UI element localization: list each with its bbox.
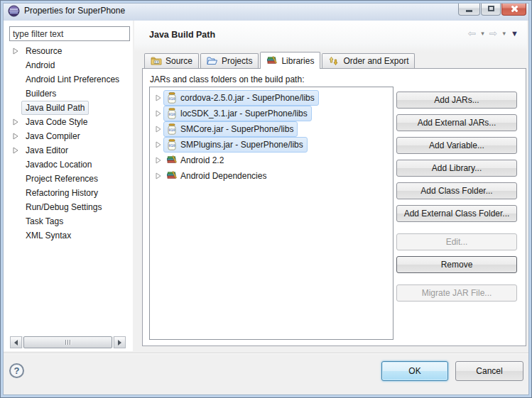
- list-item-label: SMCore.jar - SuperPhone/libs: [180, 124, 293, 134]
- sidebar-item-xml-syntax[interactable]: XML Syntax: [9, 228, 131, 243]
- close-icon: [510, 5, 518, 13]
- expander-icon[interactable]: [156, 126, 161, 133]
- minimize-button[interactable]: [458, 2, 480, 16]
- tab-label: Projects: [222, 56, 252, 66]
- expander-icon[interactable]: [156, 110, 161, 117]
- android-library-icon: [166, 170, 178, 182]
- footer-separator: [4, 353, 528, 353]
- expander-icon[interactable]: [13, 118, 18, 126]
- sidebar-item-javadoc-location[interactable]: Javadoc Location: [9, 157, 131, 172]
- svg-text:010: 010: [168, 128, 175, 132]
- sidebar-item-builders[interactable]: Builders: [9, 87, 131, 101]
- remove-button[interactable]: Remove: [396, 256, 517, 273]
- help-button[interactable]: ?: [9, 363, 24, 378]
- sidebar-item-java-compiler[interactable]: Java Compiler: [9, 129, 131, 143]
- sidebar-item-label: XML Syntax: [21, 228, 75, 243]
- scroll-left-button[interactable]: [10, 336, 22, 348]
- sidebar-item-android-lint-preferences[interactable]: Android Lint Preferences: [9, 72, 131, 87]
- edit-button: Edit...: [396, 233, 517, 250]
- properties-dialog: Properties for SuperPhone Resource Andro…: [0, 0, 532, 398]
- forward-dropdown-icon[interactable]: ▾: [503, 30, 506, 37]
- expander-icon[interactable]: [13, 147, 18, 154]
- sidebar-horizontal-scrollbar[interactable]: [10, 336, 126, 348]
- sidebar-item-task-tags[interactable]: Task Tags: [9, 214, 131, 228]
- sidebar-item-label: Java Code Style: [21, 115, 92, 129]
- page-header: Java Build Path ⇦ ▾ ⇨ ▾ ▼: [134, 21, 527, 52]
- ok-button[interactable]: OK: [381, 361, 448, 381]
- source-folder-icon: [151, 55, 162, 67]
- close-button[interactable]: [501, 2, 526, 16]
- list-item-smplugins-jar[interactable]: 010 SMPlugins.jar - SuperPhone/libs: [150, 137, 393, 153]
- projects-folder-icon: [207, 55, 218, 67]
- list-item-label: Android 2.2: [180, 155, 224, 165]
- list-item-android-22[interactable]: Android 2.2: [150, 153, 393, 168]
- expander-icon[interactable]: [156, 141, 161, 148]
- list-item-cordova-jar[interactable]: 010 cordova-2.5.0.jar - SuperPhone/libs: [150, 90, 393, 106]
- list-item-label: cordova-2.5.0.jar - SuperPhone/libs: [180, 93, 315, 103]
- tab-label: Source: [165, 56, 192, 66]
- page-title: Java Build Path: [149, 30, 215, 40]
- scroll-right-icon: [118, 340, 121, 346]
- jar-file-icon: 010: [166, 108, 178, 119]
- build-path-list-label: JARs and class folders on the build path…: [150, 74, 304, 84]
- back-icon[interactable]: ⇦: [468, 28, 477, 39]
- add-external-class-folder-button[interactable]: Add External Class Folder...: [396, 205, 517, 222]
- list-item-smcore-jar[interactable]: 010 SMCore.jar - SuperPhone/libs: [150, 121, 393, 137]
- add-class-folder-button[interactable]: Add Class Folder...: [396, 182, 517, 199]
- scrollbar-thumb[interactable]: [23, 336, 112, 348]
- sidebar-item-java-code-style[interactable]: Java Code Style: [9, 115, 131, 129]
- tab-label: Order and Export: [343, 56, 408, 66]
- build-path-list[interactable]: 010 cordova-2.5.0.jar - SuperPhone/libs …: [149, 87, 393, 340]
- back-dropdown-icon[interactable]: ▾: [481, 30, 484, 37]
- sidebar-item-android[interactable]: Android: [9, 58, 131, 72]
- sidebar-item-label: Builders: [21, 87, 60, 101]
- sidebar-item-refactoring-history[interactable]: Refactoring History: [9, 186, 131, 200]
- sidebar-item-run-debug-settings[interactable]: Run/Debug Settings: [9, 200, 131, 214]
- sidebar-item-label: Run/Debug Settings: [21, 200, 106, 214]
- sidebar-item-java-editor[interactable]: Java Editor: [9, 143, 131, 157]
- cancel-button[interactable]: Cancel: [455, 361, 523, 381]
- migrate-jar-file-button: Migrate JAR File...: [396, 284, 517, 302]
- minimize-icon: [466, 10, 472, 12]
- properties-tree: Resource Android Android Lint Preference…: [9, 44, 131, 243]
- maximize-button[interactable]: [481, 2, 501, 16]
- libraries-panel: JARs and class folders on the build path…: [142, 68, 526, 346]
- sidebar-item-java-build-path[interactable]: Java Build Path: [9, 101, 131, 115]
- add-variable-button[interactable]: Add Variable...: [396, 137, 517, 154]
- jar-file-icon: 010: [166, 139, 178, 150]
- sidebar-item-label: Task Tags: [21, 214, 67, 228]
- filter-input[interactable]: [9, 26, 130, 41]
- list-item-locsdk-jar[interactable]: 010 locSDK_3.1.jar - SuperPhone/libs: [150, 106, 393, 121]
- add-jars-button[interactable]: Add JARs...: [396, 92, 517, 109]
- jar-file-icon: 010: [166, 123, 178, 135]
- add-external-jars-button[interactable]: Add External JARs...: [396, 114, 517, 131]
- sidebar-item-resource[interactable]: Resource: [9, 44, 131, 58]
- sidebar-item-project-references[interactable]: Project References: [9, 172, 131, 186]
- window-title: Properties for SuperPhone: [24, 6, 125, 16]
- add-library-button[interactable]: Add Library...: [396, 160, 517, 177]
- sidebar-item-label: Java Editor: [21, 143, 72, 157]
- sidebar-item-label: Android Lint Preferences: [21, 72, 124, 87]
- view-menu-icon[interactable]: ▼: [511, 29, 519, 38]
- expander-icon[interactable]: [156, 157, 161, 164]
- sidebar: Resource Android Android Lint Preference…: [4, 21, 133, 351]
- expander-icon[interactable]: [156, 94, 161, 101]
- expander-icon[interactable]: [13, 133, 18, 140]
- title-bar[interactable]: Properties for SuperPhone: [1, 1, 531, 21]
- tab-label: Libraries: [281, 56, 314, 66]
- tab-order-and-export[interactable]: Order and Export: [322, 53, 415, 68]
- tab-source[interactable]: Source: [144, 53, 199, 68]
- tab-projects[interactable]: Projects: [200, 53, 259, 68]
- expander-icon[interactable]: [13, 48, 18, 55]
- expander-icon[interactable]: [156, 172, 161, 179]
- tab-libraries[interactable]: Libraries: [260, 52, 320, 69]
- list-item-label: locSDK_3.1.jar - SuperPhone/libs: [180, 109, 308, 118]
- build-path-tabs: Source Projects Libraries Order and Ex: [144, 52, 415, 69]
- list-item-android-dependencies[interactable]: Android Dependencies: [150, 168, 393, 184]
- scroll-right-button[interactable]: [114, 336, 126, 348]
- scrollbar-track[interactable]: [22, 336, 114, 348]
- forward-icon[interactable]: ⇨: [489, 28, 498, 39]
- scroll-left-icon: [14, 340, 18, 346]
- help-icon: ?: [14, 365, 20, 376]
- sidebar-item-label: Android: [21, 58, 59, 72]
